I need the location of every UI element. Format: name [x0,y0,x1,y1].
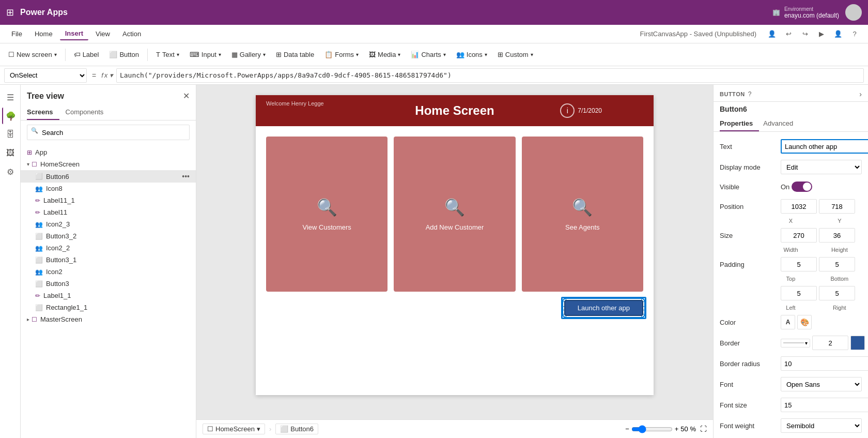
custom-button[interactable]: ⊞ Custom ▾ [493,49,537,61]
tree-tab-components[interactable]: Components [66,105,110,120]
tree-view-icon[interactable]: 🌳 [2,108,19,124]
label-button[interactable]: 🏷 Label [70,49,103,61]
color-picker-icon[interactable]: 🎨 [797,315,812,329]
play-icon[interactable]: ▶ [814,27,829,41]
new-screen-button[interactable]: ☐ New screen ▾ [4,49,61,61]
tree-item-label11[interactable]: ✏ Label11 [21,206,196,218]
tree-item-homescreen[interactable]: ▾ ☐ HomeScreen [21,158,196,170]
prop-font-label: Font [720,381,777,388]
menu-view[interactable]: View [90,28,115,40]
prop-pos-x-input[interactable] [781,199,817,214]
media-button[interactable]: 🖼 Media ▾ [365,49,405,61]
help-icon[interactable]: ? [847,27,862,41]
component-nav[interactable]: ⬜ Button6 [275,424,318,434]
prop-display-mode-select[interactable]: Edit [781,160,862,174]
prop-pos-y-input[interactable] [819,199,855,214]
prop-size-value [781,228,862,243]
tree-item-masterscreen[interactable]: ▸ ☐ MasterScreen [21,313,196,325]
border-color-swatch[interactable] [850,336,865,350]
menu-action[interactable]: Action [117,28,146,40]
pos-spacer [720,218,764,224]
tree-item-icon8[interactable]: 👥 Icon8 [21,183,196,194]
prop-border-radius-label: Border radius [720,360,777,368]
avatar[interactable] [845,4,862,21]
prop-border-radius-input[interactable] [781,356,868,371]
tree-search-input[interactable] [27,125,190,140]
tree-item-button3-1[interactable]: ⬜ Button3_1 [21,254,196,266]
share-icon[interactable]: 👤 [765,27,779,41]
tree-item-label1-1[interactable]: ✏ Label1_1 [21,290,196,301]
screen-nav-chevron: ▾ [257,425,260,433]
menu-home[interactable]: Home [29,28,58,40]
button-button[interactable]: ⬜ Button [105,49,143,61]
zoom-minus-icon[interactable]: − [625,425,629,433]
forms-button[interactable]: 📋 Forms ▾ [320,49,363,61]
prop-padding-right-input[interactable] [819,286,855,300]
prop-font-size-input[interactable] [781,398,868,412]
tree-item-button3-2[interactable]: ⬜ Button3_2 [21,230,196,242]
menu-file[interactable]: File [6,28,27,40]
canvas-card-1[interactable]: 🔍 Add New Customer [394,137,515,292]
zoom-plus-icon[interactable]: + [675,425,679,433]
tree-item-icon2-2[interactable]: 👥 Icon2_2 [21,242,196,254]
fit-screen-icon[interactable]: ⛶ [700,425,707,433]
prop-text-input[interactable] [781,139,868,154]
prop-visible-toggle[interactable] [792,182,812,192]
zoom-slider[interactable] [631,425,673,433]
screen-nav[interactable]: ☐ HomeScreen ▾ [203,424,265,434]
prop-padding-left-input[interactable] [781,286,817,300]
panel-help-icon[interactable]: ? [748,90,752,98]
prop-font-select[interactable]: Open Sans [781,377,862,391]
icons-button[interactable]: 👥 Icons ▾ [452,49,491,61]
launch-button-row: Launch other app [266,300,643,316]
tree-item-label11-1[interactable]: ✏ Label11_1 [21,194,196,206]
tree-tab-screens[interactable]: Screens [27,105,59,120]
charts-button[interactable]: 📊 Charts ▾ [407,49,450,61]
input-button[interactable]: ⌨ Input ▾ [185,49,225,61]
launch-other-app-button[interactable]: Launch other app [564,300,643,316]
input-icon: ⌨ [190,51,199,58]
components-icon[interactable]: ⚙ [2,163,19,180]
panel-tab-properties[interactable]: Properties [720,116,759,131]
panel-collapse-icon[interactable]: › [859,90,862,98]
info-circle-icon[interactable]: i [560,103,575,118]
data-table-button[interactable]: ⊞ Data table [272,49,318,61]
grid-icon[interactable]: ⊞ [6,7,14,18]
menu-insert[interactable]: Insert [60,27,88,40]
tree-item-icon2[interactable]: 👥 Icon2 [21,266,196,278]
panel-tab-advanced[interactable]: Advanced [763,116,799,131]
formula-input[interactable] [116,68,864,83]
property-select[interactable]: OnSelect [4,68,87,83]
prop-border-width-input[interactable] [812,336,848,350]
border-style-select[interactable]: ▾ [781,339,810,348]
tree-close-button[interactable]: ✕ [183,91,190,101]
data-source-icon[interactable]: 🗄 [2,126,19,143]
button6-more-icon[interactable]: ••• [182,172,190,180]
menu-toggle-icon[interactable]: ☰ [2,89,19,105]
tree-item-button3[interactable]: ⬜ Button3 [21,278,196,290]
color-a-swatch[interactable]: A [781,315,795,329]
redo-icon[interactable]: ↪ [798,27,812,41]
prop-height-input[interactable] [819,228,855,243]
tree-item-button6[interactable]: ⬜ Button6 ••• [21,170,196,183]
tree-item-icon2-3[interactable]: 👥 Icon2_3 [21,218,196,230]
prop-font-weight-select[interactable]: Semibold [781,418,862,433]
tree-title: Tree view [27,92,64,101]
prop-padding-lr-row [714,283,868,304]
text-button[interactable]: T Text ▾ [152,49,183,61]
canvas-area: Welcome Henry Legge Home Screen i 7/1/20… [196,85,713,438]
gallery-button[interactable]: ▦ Gallery ▾ [227,49,270,61]
prop-width-input[interactable] [781,228,817,243]
canvas-card-0[interactable]: 🔍 View Customers [266,137,388,292]
menubar: File Home Insert View Action FirstCanvas… [0,25,868,43]
prop-visible-value: On [781,182,862,192]
tree-item-rect1-1[interactable]: ⬜ Rectangle1_1 [21,301,196,313]
prop-padding-bottom-input[interactable] [819,257,855,271]
prop-padding-top-input[interactable] [781,257,817,271]
forms-icon: 📋 [324,51,333,58]
tree-item-app[interactable]: ⊞ App [21,146,196,158]
account-icon[interactable]: 👤 [831,27,845,41]
canvas-card-2[interactable]: 🔍 See Agents [522,137,643,292]
media-library-icon[interactable]: 🖼 [2,145,19,161]
undo-icon[interactable]: ↩ [781,27,796,41]
